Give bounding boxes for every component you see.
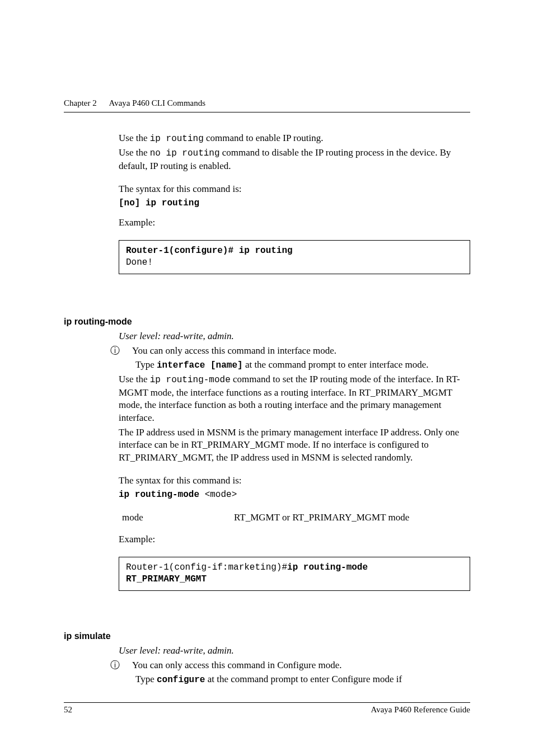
inline-code: ip routing-mode: [150, 375, 231, 385]
parameter-name: mode: [122, 511, 234, 524]
example-label: Example:: [119, 217, 470, 229]
note-sub: Type interface [name] at the command pro…: [119, 359, 470, 372]
code-line: Router-1(config-if:marketing)#ip routing…: [126, 562, 463, 574]
body-text: Use the ip routing command to enable IP …: [119, 132, 470, 145]
section-heading: ip simulate: [64, 631, 111, 641]
info-icon: ⓘ: [119, 345, 128, 358]
body-text: Use the no ip routing command to disable…: [119, 147, 470, 172]
code-line: Done!: [126, 257, 463, 269]
chapter-label: Chapter 2: [64, 98, 97, 107]
inline-code: ip routing: [150, 134, 204, 144]
parameter-desc: RT_MGMT or RT_PRIMARY_MGMT mode: [234, 511, 470, 524]
running-head: Chapter 2 Avaya P460 CLI Commands: [64, 98, 205, 108]
code-example: Router-1(config-if:marketing)#ip routing…: [119, 557, 470, 591]
page-number: 52: [64, 705, 72, 715]
inline-code: interface [name]: [157, 360, 243, 370]
syntax-label: The syntax for this command is:: [119, 475, 470, 487]
note-sub: Type configure at the command prompt to …: [119, 673, 470, 686]
body-text: Use the ip routing-mode command to set t…: [119, 373, 470, 424]
body-text: The IP address used in MSNM is the prima…: [119, 426, 470, 464]
code-line: RT_PRIMARY_MGMT: [126, 574, 463, 586]
code-example: Router-1(configure)# ip routing Done!: [119, 240, 470, 274]
doc-title: Avaya P460 Reference Guide: [371, 705, 470, 715]
user-level: User level: read-write, admin.: [119, 330, 470, 343]
parameter-row: mode RT_MGMT or RT_PRIMARY_MGMT mode: [122, 511, 470, 524]
code-line: Router-1(configure)# ip routing: [126, 245, 463, 257]
note: ⓘ You can only access this command in in…: [119, 345, 470, 358]
footer: 52 Avaya P460 Reference Guide: [64, 702, 470, 715]
inline-code: configure: [157, 675, 205, 685]
info-icon: ⓘ: [119, 659, 128, 672]
syntax-label: The syntax for this command is:: [119, 183, 470, 196]
chapter-title: Avaya P460 CLI Commands: [109, 98, 205, 107]
header-rule: [64, 112, 470, 112]
inline-code: no ip routing: [150, 148, 220, 158]
example-label: Example:: [119, 533, 470, 546]
syntax-code: ip routing-mode <mode>: [119, 489, 470, 501]
section-heading: ip routing-mode: [64, 317, 132, 327]
note: ⓘ You can only access this command in Co…: [119, 659, 470, 672]
syntax-code: [no] ip routing: [119, 198, 470, 209]
user-level: User level: read-write, admin.: [119, 645, 470, 658]
